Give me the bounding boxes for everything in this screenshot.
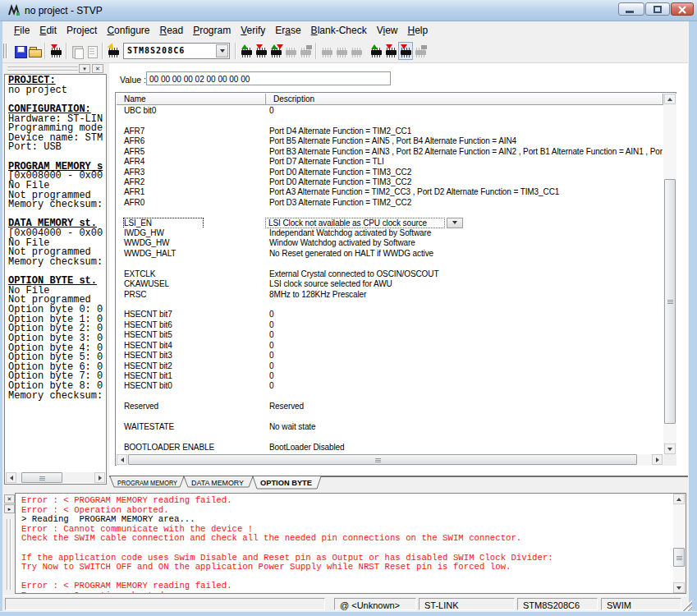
left-panel-hscrollbar[interactable] bbox=[6, 472, 105, 483]
table-row[interactable]: CKAWUSELLSI clock source selected for AW… bbox=[117, 278, 663, 289]
left-panel-titlebar[interactable]: ▾ ✕ bbox=[4, 64, 107, 74]
read-current-tab-button[interactable] bbox=[369, 42, 383, 60]
minimize-button[interactable] bbox=[618, 2, 644, 16]
table-row[interactable]: HSECNT bit10 bbox=[117, 370, 663, 381]
save-file-button[interactable] bbox=[12, 42, 27, 60]
menu-erase[interactable]: Erase bbox=[270, 21, 305, 39]
menu-project[interactable]: Project bbox=[62, 21, 102, 39]
panel-close-button[interactable]: ✕ bbox=[92, 64, 103, 73]
table-row[interactable]: UBC bit00 bbox=[117, 105, 663, 116]
verify-all-button[interactable] bbox=[349, 42, 364, 60]
menu-configure[interactable]: Configure bbox=[102, 21, 154, 39]
table-row[interactable]: AFR6Port B5 Alternate Function = AIN5 , … bbox=[117, 136, 663, 146]
device-combo[interactable]: STM8S208C6 bbox=[123, 43, 230, 59]
paste-button[interactable] bbox=[70, 42, 85, 60]
table-row[interactable] bbox=[117, 258, 663, 269]
table-row[interactable]: IWDG_HWIndependant Watchdog activated by… bbox=[117, 228, 663, 238]
scroll-left-button[interactable] bbox=[117, 454, 127, 465]
menu-view[interactable]: View bbox=[372, 21, 403, 39]
table-row[interactable] bbox=[117, 115, 663, 126]
table-row[interactable]: HSECNT bit60 bbox=[117, 319, 663, 330]
lsi-en-combobox[interactable]: LSI Clock not available as CPU clock sou… bbox=[265, 218, 445, 228]
scroll-up-button[interactable] bbox=[664, 94, 676, 104]
table-row[interactable]: AFR0Port D3 Alternate Function = TIM2_CC… bbox=[117, 197, 663, 208]
program-all-button[interactable] bbox=[334, 42, 349, 60]
scroll-down-button[interactable] bbox=[673, 582, 685, 593]
tab-program-memory[interactable]: PROGRAM MEMORY bbox=[110, 476, 184, 487]
table-row[interactable]: AFR1Port A3 Alternate Function = TIM2_CC… bbox=[117, 186, 663, 197]
table-row[interactable]: BOOTLOADER ENABLEBootLoader Disabled bbox=[117, 442, 663, 453]
scroll-thumb[interactable] bbox=[21, 472, 62, 483]
table-row[interactable] bbox=[117, 299, 663, 310]
toolbar-grip[interactable] bbox=[3, 44, 7, 58]
scroll-thumb[interactable] bbox=[664, 179, 676, 424]
scroll-thumb[interactable] bbox=[128, 454, 637, 465]
table-row[interactable]: AFR2Port D0 Alternate Function = TIM3_CC… bbox=[117, 177, 663, 187]
table-row[interactable]: AFR7Port D4 Alternate Function = TIM2_CC… bbox=[117, 126, 663, 136]
edit-document-button[interactable] bbox=[85, 42, 99, 60]
menu-file[interactable]: File bbox=[9, 21, 34, 39]
close-button[interactable] bbox=[671, 2, 694, 16]
scroll-down-button[interactable] bbox=[664, 444, 676, 454]
scroll-up-button[interactable] bbox=[673, 494, 685, 504]
menu-program[interactable]: Program bbox=[188, 21, 236, 39]
column-header-name[interactable]: Name bbox=[117, 94, 266, 104]
scroll-left-button[interactable] bbox=[6, 472, 16, 483]
table-row[interactable]: HSECNT bit50 bbox=[117, 329, 663, 340]
tab-data-memory[interactable]: DATA MEMORY bbox=[184, 476, 253, 487]
table-row[interactable]: AFR5Port B3 Alternate Function = AIN3 , … bbox=[117, 146, 663, 157]
table-row[interactable]: WAITESTATENo wait state bbox=[117, 421, 663, 432]
menu-edit[interactable]: Edit bbox=[34, 21, 62, 39]
table-row[interactable]: ReservedReserved bbox=[117, 401, 663, 411]
maximize-button[interactable] bbox=[645, 2, 670, 16]
table-row[interactable]: WWDG_HALTNo Reset generated on HALT if W… bbox=[117, 248, 663, 259]
table-row[interactable]: LSI_ENLSI Clock not available as CPU clo… bbox=[117, 218, 663, 228]
menu-blank-check[interactable]: Blank-Check bbox=[306, 21, 372, 39]
menu-verify[interactable]: Verify bbox=[236, 21, 270, 39]
table-row[interactable]: HSECNT bit70 bbox=[117, 309, 663, 319]
resize-grip[interactable] bbox=[681, 600, 692, 611]
menu-help[interactable]: Help bbox=[402, 21, 433, 39]
table-row[interactable] bbox=[117, 411, 663, 422]
program-device-button[interactable] bbox=[48, 42, 63, 60]
table-row[interactable]: AFR3Port D0 Alternate Function = TIM3_CC… bbox=[117, 167, 663, 177]
scroll-right-button[interactable] bbox=[94, 472, 105, 483]
scroll-right-button[interactable] bbox=[652, 454, 663, 465]
column-header-description[interactable]: Description bbox=[266, 94, 663, 104]
read-tab-button[interactable] bbox=[239, 42, 254, 60]
output-console[interactable]: Error : < PROGRAM MEMORY reading failed.… bbox=[15, 493, 686, 594]
table-row[interactable]: HSECNT bit40 bbox=[117, 340, 663, 351]
select-device-button[interactable] bbox=[106, 42, 121, 60]
table-row[interactable] bbox=[117, 431, 663, 442]
console-expand-button[interactable]: ▸ bbox=[4, 504, 15, 513]
table-row[interactable]: AFR4Port D7 Alternate Function = TLI bbox=[117, 156, 663, 167]
erase-device-button[interactable] bbox=[283, 42, 298, 60]
tab-option-byte[interactable]: OPTION BYTE bbox=[253, 476, 321, 489]
open-file-button[interactable] bbox=[27, 42, 42, 60]
table-hscrollbar[interactable] bbox=[117, 454, 663, 466]
program-current-tab-button[interactable] bbox=[383, 42, 398, 60]
program-tab-button[interactable] bbox=[254, 42, 268, 60]
title-bar[interactable]: no project - STVP bbox=[0, 0, 697, 21]
table-row[interactable]: PRSC8MHz to 128KHz Prescaler bbox=[117, 289, 663, 300]
program-option-bytes-button[interactable] bbox=[398, 42, 413, 60]
scroll-thumb[interactable] bbox=[673, 548, 685, 567]
auto-program-button[interactable] bbox=[413, 42, 428, 60]
table-row[interactable]: HSECNT bit20 bbox=[117, 361, 663, 371]
table-row[interactable] bbox=[117, 391, 663, 402]
table-row[interactable]: EXTCLKExternal Crystal connected to OSCI… bbox=[117, 269, 663, 279]
table-row[interactable] bbox=[117, 207, 663, 218]
blank-check-button[interactable] bbox=[298, 42, 313, 60]
table-row[interactable]: WWDG_HWWindow Watchdog activated by Soft… bbox=[117, 237, 663, 248]
panel-menu-button[interactable]: ▾ bbox=[79, 64, 90, 73]
table-vscrollbar[interactable] bbox=[663, 94, 676, 454]
menu-read[interactable]: Read bbox=[154, 21, 188, 39]
combo-dropdown-button[interactable] bbox=[447, 218, 463, 228]
read-all-button[interactable] bbox=[319, 42, 334, 60]
console-close-button[interactable]: ✕ bbox=[4, 494, 15, 503]
verify-tab-button[interactable] bbox=[268, 42, 283, 60]
table-row[interactable]: HSECNT bit00 bbox=[117, 380, 663, 391]
console-vscrollbar[interactable] bbox=[673, 494, 686, 593]
table-row[interactable]: HSECNT bit30 bbox=[117, 350, 663, 361]
combo-dropdown-button[interactable] bbox=[216, 44, 228, 57]
